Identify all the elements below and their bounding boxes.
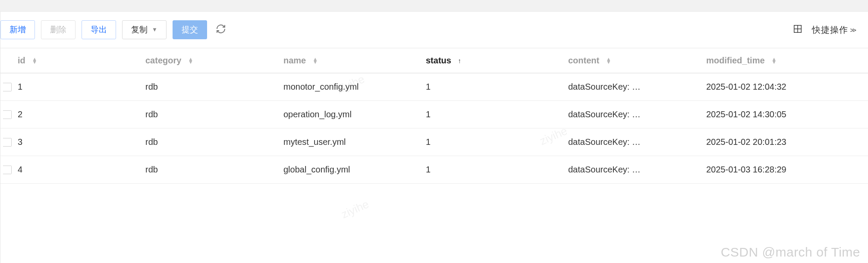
cell-content: dataSourceKey: … (568, 110, 706, 119)
cell-content: dataSourceKey: … (568, 165, 706, 175)
cell-category: rdb (145, 165, 283, 175)
copy-button[interactable]: 复制 ▼ (122, 20, 167, 39)
column-header-id-label: id (18, 56, 25, 65)
cell-modified-time: 2025-01-02 12:04:32 (706, 82, 868, 92)
cell-status: 1 (426, 165, 568, 175)
column-header-name-label: name (283, 56, 306, 65)
column-header-id[interactable]: id ▲▼ (12, 56, 145, 66)
cell-content: dataSourceKey: … (568, 82, 706, 92)
table-row[interactable]: 3rdbmytest_user.yml1dataSourceKey: …2025… (0, 128, 868, 156)
caret-down-icon: ▼ (152, 21, 157, 39)
cell-content: dataSourceKey: … (568, 137, 706, 147)
column-header-name[interactable]: name ▲▼ (283, 56, 426, 66)
cell-modified-time: 2025-01-02 14:30:05 (706, 110, 868, 119)
chevron-right-icon: >> (850, 26, 855, 34)
cell-status: 1 (426, 137, 568, 147)
table-row[interactable]: 2rdboperation_log.yml1dataSourceKey: …20… (0, 101, 868, 128)
delete-button[interactable]: 删除 (41, 20, 75, 39)
grid-icon[interactable] (793, 24, 802, 35)
row-checkbox[interactable] (3, 138, 12, 147)
column-header-modified-time-label: modified_time (706, 56, 765, 65)
column-header-modified-time[interactable]: modified_time ▲▼ (706, 56, 868, 66)
cell-name: global_config.yml (283, 165, 426, 175)
column-header-category[interactable]: category ▲▼ (145, 56, 283, 66)
table-row[interactable]: 4rdbglobal_config.yml1dataSourceKey: …20… (0, 156, 868, 184)
quick-operation-link[interactable]: 快捷操作 >> (812, 24, 855, 36)
page-container: 新增 删除 导出 复制 ▼ 提交 (0, 11, 868, 263)
cell-status: 1 (426, 110, 568, 119)
cell-name: operation_log.yml (283, 110, 426, 119)
sort-icon: ▲▼ (32, 58, 37, 64)
sort-asc-icon: ↑ (458, 57, 461, 64)
cell-category: rdb (145, 137, 283, 147)
sort-icon: ▲▼ (313, 58, 318, 64)
row-checkbox[interactable] (3, 110, 12, 119)
cell-status: 1 (426, 82, 568, 92)
sort-icon: ▲▼ (188, 58, 193, 64)
cell-category: rdb (145, 110, 283, 119)
cell-id: 3 (12, 137, 145, 147)
cell-name: monotor_config.yml (283, 82, 426, 92)
cell-modified-time: 2025-01-03 16:28:29 (706, 165, 868, 175)
toolbar: 新增 删除 导出 复制 ▼ 提交 (0, 12, 868, 48)
row-checkbox[interactable] (3, 166, 12, 174)
cell-id: 4 (12, 165, 145, 175)
copy-button-label: 复制 (131, 21, 148, 39)
refresh-icon[interactable] (213, 24, 226, 36)
sort-icon: ▲▼ (771, 58, 777, 64)
column-header-content[interactable]: content ▲▼ (568, 56, 706, 66)
cell-id: 1 (12, 82, 145, 92)
sort-icon: ▲▼ (606, 58, 611, 64)
toolbar-right: 快捷操作 >> (793, 24, 868, 36)
cell-id: 2 (12, 110, 145, 119)
column-header-status[interactable]: status ↑ (426, 56, 568, 66)
cell-category: rdb (145, 82, 283, 92)
add-button[interactable]: 新增 (0, 20, 35, 39)
cell-name: mytest_user.yml (283, 137, 426, 147)
table-header-row: id ▲▼ category ▲▼ name ▲▼ status ↑ conte… (0, 48, 868, 73)
row-checkbox[interactable] (3, 83, 12, 91)
cell-modified-time: 2025-01-02 20:01:23 (706, 137, 868, 147)
column-header-category-label: category (145, 56, 181, 65)
export-button[interactable]: 导出 (82, 20, 116, 39)
column-header-status-label: status (426, 56, 451, 65)
table-row[interactable]: 1rdbmonotor_config.yml1dataSourceKey: …2… (0, 73, 868, 101)
column-header-content-label: content (568, 56, 599, 65)
submit-button[interactable]: 提交 (173, 20, 207, 39)
data-table: id ▲▼ category ▲▼ name ▲▼ status ↑ conte… (0, 48, 868, 184)
quick-operation-label: 快捷操作 (812, 24, 848, 36)
